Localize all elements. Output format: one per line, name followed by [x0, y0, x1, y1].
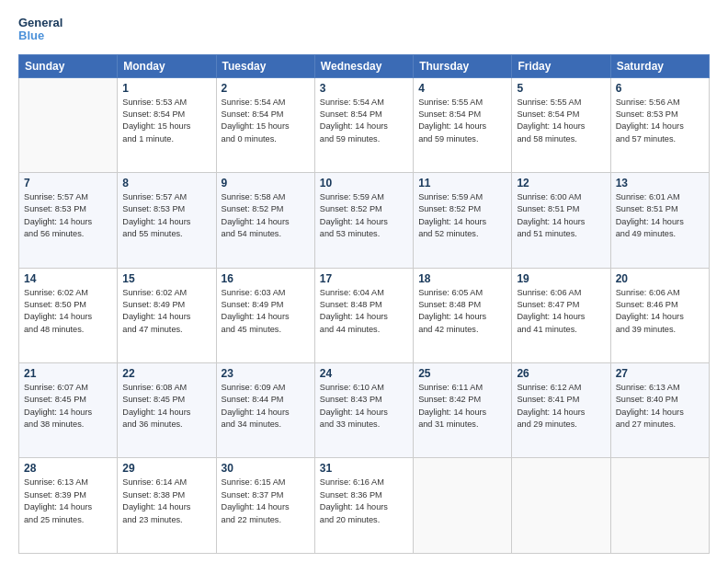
day-info: Sunrise: 5:57 AMSunset: 8:53 PMDaylight:…: [24, 191, 112, 240]
day-number: 13: [616, 177, 704, 190]
calendar-week-4: 21Sunrise: 6:07 AMSunset: 8:45 PMDayligh…: [19, 363, 710, 458]
day-info: Sunrise: 6:10 AMSunset: 8:43 PMDaylight:…: [320, 382, 408, 431]
day-number: 1: [122, 82, 210, 95]
day-info: Sunrise: 6:04 AMSunset: 8:48 PMDaylight:…: [320, 287, 408, 336]
day-info: Sunrise: 5:54 AMSunset: 8:54 PMDaylight:…: [320, 97, 408, 145]
calendar-cell: 14Sunrise: 6:02 AMSunset: 8:50 PMDayligh…: [19, 268, 118, 362]
calendar-cell: 13Sunrise: 6:01 AMSunset: 8:51 PMDayligh…: [610, 173, 709, 268]
day-number: 30: [222, 462, 310, 475]
calendar-header-monday: Monday: [118, 54, 216, 77]
logo: General Blue: [18, 17, 63, 43]
day-info: Sunrise: 6:03 AMSunset: 8:49 PMDaylight:…: [222, 287, 310, 336]
day-info: Sunrise: 6:05 AMSunset: 8:48 PMDaylight:…: [418, 287, 506, 336]
calendar-cell: 12Sunrise: 6:00 AMSunset: 8:51 PMDayligh…: [512, 173, 610, 268]
day-info: Sunrise: 5:55 AMSunset: 8:54 PMDaylight:…: [517, 97, 605, 145]
day-number: 16: [222, 272, 310, 285]
day-number: 10: [320, 177, 408, 190]
day-number: 12: [517, 177, 605, 190]
calendar-cell: 11Sunrise: 5:59 AMSunset: 8:52 PMDayligh…: [414, 173, 512, 268]
day-number: 24: [320, 367, 408, 380]
calendar-cell: 15Sunrise: 6:02 AMSunset: 8:49 PMDayligh…: [118, 268, 216, 362]
day-info: Sunrise: 5:55 AMSunset: 8:54 PMDaylight:…: [418, 97, 506, 145]
day-number: 25: [418, 367, 506, 380]
calendar-table: SundayMondayTuesdayWednesdayThursdayFrid…: [18, 54, 710, 554]
calendar-cell: 24Sunrise: 6:10 AMSunset: 8:43 PMDayligh…: [314, 363, 413, 458]
calendar-cell: 4Sunrise: 5:55 AMSunset: 8:54 PMDaylight…: [414, 77, 512, 172]
day-number: 3: [320, 82, 408, 95]
calendar-cell: 16Sunrise: 6:03 AMSunset: 8:49 PMDayligh…: [216, 268, 314, 362]
page: General Blue SundayMondayTuesdayWednesda…: [0, 0, 728, 563]
calendar-cell: [512, 458, 610, 554]
day-info: Sunrise: 5:59 AMSunset: 8:52 PMDaylight:…: [320, 191, 408, 240]
calendar-cell: 10Sunrise: 5:59 AMSunset: 8:52 PMDayligh…: [314, 173, 413, 268]
day-info: Sunrise: 5:54 AMSunset: 8:54 PMDaylight:…: [222, 97, 310, 145]
calendar-cell: 26Sunrise: 6:12 AMSunset: 8:41 PMDayligh…: [512, 363, 610, 458]
calendar-cell: 21Sunrise: 6:07 AMSunset: 8:45 PMDayligh…: [19, 363, 118, 458]
day-info: Sunrise: 5:56 AMSunset: 8:53 PMDaylight:…: [616, 97, 704, 145]
calendar-cell: 25Sunrise: 6:11 AMSunset: 8:42 PMDayligh…: [414, 363, 512, 458]
calendar-cell: 3Sunrise: 5:54 AMSunset: 8:54 PMDaylight…: [314, 77, 413, 172]
calendar-header-friday: Friday: [512, 54, 610, 77]
day-info: Sunrise: 6:00 AMSunset: 8:51 PMDaylight:…: [517, 191, 605, 240]
day-number: 28: [24, 462, 112, 475]
calendar-cell: 23Sunrise: 6:09 AMSunset: 8:44 PMDayligh…: [216, 363, 314, 458]
day-number: 26: [517, 367, 605, 380]
calendar-week-1: 1Sunrise: 5:53 AMSunset: 8:54 PMDaylight…: [19, 77, 710, 172]
day-number: 27: [616, 367, 704, 380]
header: General Blue: [18, 17, 710, 43]
day-info: Sunrise: 6:13 AMSunset: 8:40 PMDaylight:…: [616, 382, 704, 431]
calendar-cell: 7Sunrise: 5:57 AMSunset: 8:53 PMDaylight…: [19, 173, 118, 268]
day-info: Sunrise: 5:53 AMSunset: 8:54 PMDaylight:…: [122, 97, 210, 145]
calendar-cell: 1Sunrise: 5:53 AMSunset: 8:54 PMDaylight…: [118, 77, 216, 172]
day-info: Sunrise: 6:14 AMSunset: 8:38 PMDaylight:…: [122, 477, 210, 525]
day-info: Sunrise: 6:16 AMSunset: 8:36 PMDaylight:…: [320, 477, 408, 525]
calendar-cell: 31Sunrise: 6:16 AMSunset: 8:36 PMDayligh…: [314, 458, 413, 554]
day-info: Sunrise: 6:11 AMSunset: 8:42 PMDaylight:…: [418, 382, 506, 431]
day-number: 19: [517, 272, 605, 285]
calendar-cell: 6Sunrise: 5:56 AMSunset: 8:53 PMDaylight…: [610, 77, 709, 172]
day-number: 21: [24, 367, 112, 380]
day-number: 7: [24, 177, 112, 190]
calendar-header-thursday: Thursday: [414, 54, 512, 77]
calendar-cell: [19, 77, 118, 172]
day-info: Sunrise: 6:07 AMSunset: 8:45 PMDaylight:…: [24, 382, 112, 431]
day-number: 15: [122, 272, 210, 285]
calendar-cell: 29Sunrise: 6:14 AMSunset: 8:38 PMDayligh…: [118, 458, 216, 554]
calendar-header-wednesday: Wednesday: [314, 54, 413, 77]
calendar-week-5: 28Sunrise: 6:13 AMSunset: 8:39 PMDayligh…: [19, 458, 710, 554]
day-info: Sunrise: 5:58 AMSunset: 8:52 PMDaylight:…: [222, 191, 310, 240]
calendar-cell: 5Sunrise: 5:55 AMSunset: 8:54 PMDaylight…: [512, 77, 610, 172]
day-number: 18: [418, 272, 506, 285]
calendar-cell: 30Sunrise: 6:15 AMSunset: 8:37 PMDayligh…: [216, 458, 314, 554]
day-number: 20: [616, 272, 704, 285]
calendar-week-3: 14Sunrise: 6:02 AMSunset: 8:50 PMDayligh…: [19, 268, 710, 362]
calendar-cell: [610, 458, 709, 554]
day-number: 8: [122, 177, 210, 190]
day-number: 17: [320, 272, 408, 285]
calendar-header-sunday: Sunday: [19, 54, 118, 77]
calendar-cell: [414, 458, 512, 554]
calendar-week-2: 7Sunrise: 5:57 AMSunset: 8:53 PMDaylight…: [19, 173, 710, 268]
calendar-cell: 22Sunrise: 6:08 AMSunset: 8:45 PMDayligh…: [118, 363, 216, 458]
calendar-header-tuesday: Tuesday: [216, 54, 314, 77]
day-info: Sunrise: 6:12 AMSunset: 8:41 PMDaylight:…: [517, 382, 605, 431]
calendar-cell: 27Sunrise: 6:13 AMSunset: 8:40 PMDayligh…: [610, 363, 709, 458]
day-number: 5: [517, 82, 605, 95]
day-number: 11: [418, 177, 506, 190]
calendar-cell: 20Sunrise: 6:06 AMSunset: 8:46 PMDayligh…: [610, 268, 709, 362]
day-info: Sunrise: 6:02 AMSunset: 8:50 PMDaylight:…: [24, 287, 112, 336]
logo-general: General: [18, 17, 63, 29]
day-number: 22: [122, 367, 210, 380]
day-info: Sunrise: 6:13 AMSunset: 8:39 PMDaylight:…: [24, 477, 112, 525]
day-info: Sunrise: 5:59 AMSunset: 8:52 PMDaylight:…: [418, 191, 506, 240]
day-info: Sunrise: 6:06 AMSunset: 8:47 PMDaylight:…: [517, 287, 605, 336]
day-number: 14: [24, 272, 112, 285]
calendar-cell: 2Sunrise: 5:54 AMSunset: 8:54 PMDaylight…: [216, 77, 314, 172]
calendar-cell: 17Sunrise: 6:04 AMSunset: 8:48 PMDayligh…: [314, 268, 413, 362]
day-info: Sunrise: 6:02 AMSunset: 8:49 PMDaylight:…: [122, 287, 210, 336]
calendar-cell: 18Sunrise: 6:05 AMSunset: 8:48 PMDayligh…: [414, 268, 512, 362]
calendar-header-row: SundayMondayTuesdayWednesdayThursdayFrid…: [19, 54, 710, 77]
calendar-header-saturday: Saturday: [610, 54, 709, 77]
day-info: Sunrise: 6:06 AMSunset: 8:46 PMDaylight:…: [616, 287, 704, 336]
day-info: Sunrise: 5:57 AMSunset: 8:53 PMDaylight:…: [122, 191, 210, 240]
